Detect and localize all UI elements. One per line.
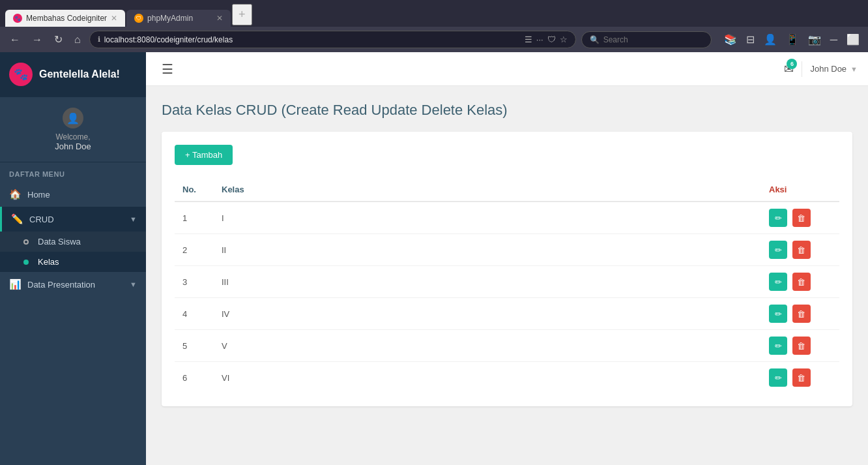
col-header-aksi: Aksi — [761, 178, 839, 202]
table-body: 1 I ✏ 🗑 2 II ✏ 🗑 3 III ✏ 🗑 4 IV ✏ — [175, 202, 839, 393]
crud-icon: ✏️ — [11, 213, 23, 225]
cell-aksi: ✏ 🗑 — [761, 330, 839, 362]
hamburger-button[interactable]: ☰ — [156, 59, 179, 80]
edit-button[interactable]: ✏ — [769, 337, 787, 355]
top-header: ☰ ✉ 6 John Doe ▼ — [146, 52, 868, 86]
menu-label: DAFTAR MENU — [0, 162, 146, 182]
sidebar-username: John Doe — [55, 142, 91, 151]
cell-no: 3 — [175, 266, 214, 298]
edit-button[interactable]: ✏ — [769, 209, 787, 227]
browser-toolbar-right: 📚 ⊟ 👤 📱 📷 ─ ⬜ — [722, 31, 861, 48]
sidebar-item-crud-label: CRUD — [29, 215, 123, 224]
tab-close-phpmyadmin[interactable]: ✕ — [216, 14, 223, 23]
sidebar-item-data-presentation-label: Data Presentation — [27, 280, 123, 290]
cell-kelas: VI — [214, 362, 761, 394]
more-button[interactable]: ··· — [536, 35, 543, 44]
sidebar-item-data-presentation[interactable]: 📊 Data Presentation ▼ — [0, 272, 146, 297]
sidebar-item-crud[interactable]: ✏️ CRUD ▼ — [0, 207, 146, 232]
url-actions: ☰ ··· 🛡 ☆ — [525, 35, 568, 44]
add-button[interactable]: + Tambah — [175, 145, 233, 165]
main-card: + Tambah No. Kelas Aksi 1 I ✏ 🗑 — [162, 132, 852, 406]
table-row: 5 V ✏ 🗑 — [175, 330, 839, 362]
cell-no: 2 — [175, 234, 214, 266]
forward-button[interactable]: → — [29, 33, 46, 47]
delete-button[interactable]: 🗑 — [792, 273, 811, 291]
tab-label-phpmyadmin: phpMyAdmin — [147, 14, 193, 23]
search-icon: 🔍 — [590, 35, 600, 44]
tab-close-codeigniter[interactable]: ✕ — [111, 14, 117, 23]
screenshot-icon[interactable]: 📷 — [806, 31, 823, 48]
kelas-label: Kelas — [38, 257, 59, 267]
table-row: 2 II ✏ 🗑 — [175, 234, 839, 266]
sidebar-logo-text: Gentelella Alela! — [39, 68, 120, 80]
sidebar-item-home[interactable]: 🏠 Home — [0, 182, 146, 207]
home-button[interactable]: ⌂ — [71, 33, 84, 47]
cell-aksi: ✏ 🗑 — [761, 202, 839, 234]
refresh-button[interactable]: ↻ — [51, 32, 66, 47]
user-menu[interactable]: John Doe ▼ — [810, 64, 858, 74]
cell-no: 5 — [175, 330, 214, 362]
new-tab-button[interactable]: + — [232, 4, 252, 25]
url-text: localhost:8080/codeigniter/crud/kelas — [104, 35, 233, 44]
home-icon: 🏠 — [9, 188, 21, 200]
data-presentation-arrow-icon: ▼ — [130, 280, 137, 288]
welcome-text: Welcome, — [55, 132, 90, 142]
sidebar-subitem-data-siswa[interactable]: Data Siswa — [0, 232, 146, 252]
edit-button[interactable]: ✏ — [769, 273, 787, 291]
table-row: 1 I ✏ 🗑 — [175, 202, 839, 234]
user-menu-arrow-icon: ▼ — [850, 65, 858, 73]
sidebar-subitem-kelas[interactable]: Kelas — [0, 252, 146, 272]
search-input[interactable] — [603, 35, 695, 44]
edit-button[interactable]: ✏ — [769, 368, 787, 387]
tab-codeigniter[interactable]: 🐾 Membahas Codeigniter ✕ — [5, 10, 125, 27]
star-button[interactable]: ☆ — [560, 35, 568, 44]
sidebar-item-home-label: Home — [27, 190, 137, 200]
sidebar-logo-icon: 🐾 — [9, 63, 33, 86]
notification-button[interactable]: ✉ 6 — [784, 62, 794, 76]
cell-kelas: V — [214, 330, 761, 362]
library-icon[interactable]: 📚 — [722, 31, 739, 48]
delete-button[interactable]: 🗑 — [792, 209, 811, 227]
tab-phpmyadmin[interactable]: 🛡 phpMyAdmin ✕ — [126, 10, 231, 27]
table-row: 6 VI ✏ 🗑 — [175, 362, 839, 394]
browser-chrome: 🐾 Membahas Codeigniter ✕ 🛡 phpMyAdmin ✕ … — [0, 0, 868, 52]
cell-kelas: IV — [214, 298, 761, 330]
chart-icon: 📊 — [9, 278, 21, 290]
sidebar: 🐾 Gentelella Alela! 👤 Welcome, John Doe … — [0, 52, 146, 465]
browser-tabs: 🐾 Membahas Codeigniter ✕ 🛡 phpMyAdmin ✕ … — [0, 0, 868, 27]
delete-button[interactable]: 🗑 — [792, 368, 811, 387]
col-header-no: No. — [175, 178, 214, 202]
search-bar[interactable]: 🔍 — [581, 31, 712, 48]
delete-button[interactable]: 🗑 — [792, 337, 811, 355]
notification-badge: 6 — [787, 59, 797, 69]
account-icon[interactable]: 👤 — [762, 31, 779, 48]
app-layout: 🐾 Gentelella Alela! 👤 Welcome, John Doe … — [0, 52, 868, 465]
edit-button[interactable]: ✏ — [769, 241, 787, 259]
cell-aksi: ✏ 🗑 — [761, 298, 839, 330]
shield-button[interactable]: 🛡 — [547, 35, 556, 44]
cell-aksi: ✏ 🗑 — [761, 362, 839, 394]
table-header: No. Kelas Aksi — [175, 178, 839, 202]
maximize-button[interactable]: ⬜ — [845, 31, 861, 48]
back-button[interactable]: ← — [7, 33, 23, 47]
cell-aksi: ✏ 🗑 — [761, 234, 839, 266]
edit-button[interactable]: ✏ — [769, 305, 787, 323]
header-right: ✉ 6 John Doe ▼ — [784, 61, 858, 77]
tab-favicon-phpmyadmin: 🛡 — [134, 14, 143, 23]
delete-button[interactable]: 🗑 — [792, 305, 811, 323]
sync-icon[interactable]: 📱 — [784, 31, 801, 48]
browser-navbar: ← → ↻ ⌂ ℹ localhost:8080/codeigniter/cru… — [0, 27, 868, 52]
dot-icon — [23, 239, 29, 245]
bookmark-reader-button[interactable]: ☰ — [525, 35, 532, 44]
cell-no: 4 — [175, 298, 214, 330]
sidebar-user: 👤 Welcome, John Doe — [0, 97, 146, 162]
cell-aksi: ✏ 🗑 — [761, 266, 839, 298]
url-bar[interactable]: ℹ localhost:8080/codeigniter/crud/kelas … — [89, 31, 576, 48]
minimize-button[interactable]: ─ — [828, 32, 839, 48]
delete-button[interactable]: 🗑 — [792, 241, 811, 259]
header-divider — [802, 61, 802, 77]
cell-kelas: II — [214, 234, 761, 266]
tab-favicon-codeigniter: 🐾 — [13, 14, 22, 23]
sidebar-icon[interactable]: ⊟ — [744, 31, 757, 48]
avatar: 👤 — [63, 108, 83, 128]
